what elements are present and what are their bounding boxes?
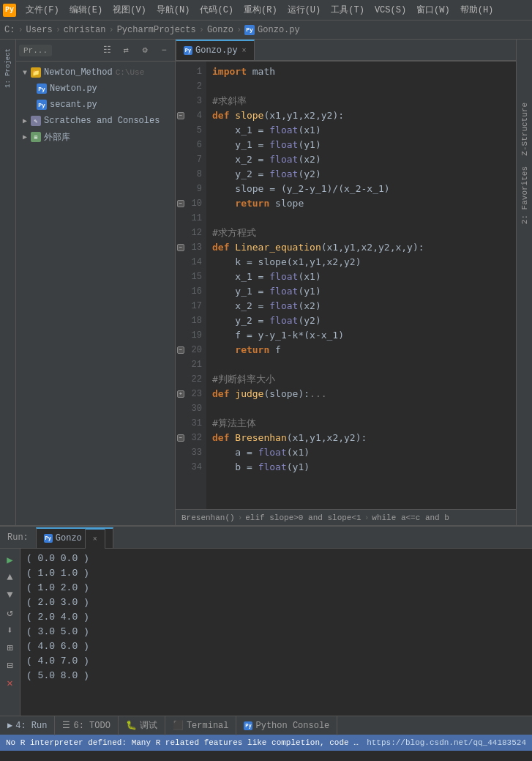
code-line-4: def slope(x1,y1,x2,y2): [212,108,510,123]
add-btn[interactable]: ☷ [99,42,115,59]
line-11: 11 [176,211,206,226]
run-play-btn[interactable]: ▶ [2,552,18,568]
py-icon: Py [37,83,47,94]
bottom-tab-python-console[interactable]: Py Python Console [236,716,337,735]
fold-10[interactable]: − [177,200,184,207]
tree-item-secant-py[interactable]: Py secant.py [16,97,175,113]
run-stop-btn[interactable]: ✕ [2,675,18,691]
menubar: Py 文件(F) 编辑(E) 视图(V) 导航(N) 代码(C) 重构(R) 运… [0,0,532,21]
bc-func[interactable]: Bresenhan() [181,513,235,522]
line-8: 8 [176,167,206,182]
line-30: 30 [176,401,206,416]
code-line-31: #算法主体 [212,416,510,431]
breadcrumb-user[interactable]: christan [64,25,106,35]
line-21: 21 [176,357,206,372]
fold-4[interactable]: − [177,112,184,119]
run-rerun-btn[interactable]: ↺ [2,604,18,620]
right-vertical-tabs: Z-Structure 2: Favorites [516,40,532,525]
scratches-arrow: ▶ [20,116,29,125]
left-vertical-tabs: 1: Project [0,40,16,525]
tree-item-lib[interactable]: ▶ ⊞ 外部库 [16,129,175,145]
line-1: 1 [176,64,206,79]
run-tab-gonzo[interactable]: Py Gonzo × [36,527,113,548]
run-print-btn[interactable]: ⊟ [2,657,18,673]
sidebar-project-label[interactable]: Pr... [19,45,52,56]
editor-tab-gonzo[interactable]: Py Gonzo.py × [176,40,255,60]
menu-window[interactable]: 窗口(W) [411,2,455,18]
fold-20[interactable]: − [177,346,184,354]
tree-item-newton-method[interactable]: ▼ 📁 Newton_Method C:\Use [16,64,175,81]
sync-btn[interactable]: ⇄ [118,42,134,59]
menu-edit[interactable]: 编辑(E) [64,2,108,18]
settings-btn[interactable]: ⚙ [137,42,153,59]
code-line-3: #求斜率 [212,94,510,108]
run-icon: ▶ [7,720,12,731]
menu-navigate[interactable]: 导航(N) [151,2,195,18]
code-line-23: def judge(slope):... [212,387,510,401]
code-line-32: def Bresenhan(x1,y1,x2,y2): [212,431,510,445]
menu-code[interactable]: 代码(C) [195,2,239,18]
run-tab-close[interactable]: × [85,528,105,549]
code-line-12: #求方程式 [212,226,510,240]
line-17: 17 [176,299,206,313]
breadcrumb-sep-5: › [236,25,241,35]
editor-panel: Py Gonzo.py × 1 2 3 −4 5 6 7 8 9 [176,40,516,525]
menu-vcs[interactable]: VCS(S) [370,4,411,17]
line-32: −32 [176,431,206,445]
run-down-btn[interactable]: ▼ [2,587,18,603]
menu-view[interactable]: 视图(V) [108,2,151,18]
bottom-tab-terminal[interactable]: ⬛ Terminal [165,716,237,735]
output-line-3: ( 1.0 2.0 ) [26,581,526,595]
z-structure-tab[interactable]: Z-Structure [519,98,531,160]
line-19: 19 [176,328,206,343]
menu-run[interactable]: 运行(U) [282,2,326,18]
code-line-11 [212,211,510,226]
line-number-gutter: 1 2 3 −4 5 6 7 8 9 −10 11 12 −13 14 15 1… [176,62,206,509]
py-icon-2: Py [37,100,47,110]
breadcrumb-drive[interactable]: C: [4,25,15,35]
run-up-btn[interactable]: ▲ [2,569,18,585]
breadcrumb-sep-1: › [18,25,23,35]
favorites-tab[interactable]: 2: Favorites [519,162,531,229]
menu-file[interactable]: 文件(F) [20,2,64,18]
bc-cond2[interactable]: while a<=c and b [372,513,449,522]
code-line-1: import math [212,64,510,79]
line-22: 22 [176,372,206,387]
bottom-tab-run[interactable]: ▶ 4: Run [0,716,55,735]
menu-tools[interactable]: 工具(T) [326,2,370,18]
code-line-2 [212,79,510,94]
bc-cond1[interactable]: elif slope>0 and slope<1 [245,513,361,522]
line-16: 16 [176,284,206,299]
code-content[interactable]: import math #求斜率 def slope(x1,y1,x2,y2):… [206,62,516,509]
py-file-icon: Py [244,25,255,35]
breadcrumb-users[interactable]: Users [26,25,53,35]
breadcrumb-projects[interactable]: PycharmProjects [117,25,196,35]
bc-sep-2: › [364,513,370,522]
run-label: Run: [0,527,36,548]
project-tab[interactable]: 1: Project [0,42,16,94]
run-layout-btn[interactable]: ⊞ [2,639,18,656]
code-line-14: k = slope(x1,y1,x2,y2) [212,255,510,270]
hide-btn[interactable]: − [156,42,172,59]
menu-help[interactable]: 帮助(H) [455,2,499,18]
tab-close-btn[interactable]: × [242,47,247,55]
code-line-22: #判断斜率大小 [212,372,510,387]
tree-item-newton-py[interactable]: Py Newton.py [16,81,175,97]
fold-23[interactable]: + [177,390,184,398]
breadcrumb-gonzo[interactable]: Gonzo [207,25,233,35]
editor-tab-bar: Py Gonzo.py × [176,40,516,62]
bottom-tab-todo[interactable]: ☰ 6: TODO [55,716,118,735]
code-breadcrumb: Bresenhan() › elif slope>0 and slope<1 ›… [176,509,516,525]
bottom-tab-debug[interactable]: 🐛 调试 [119,716,165,735]
line-14: 14 [176,255,206,270]
code-line-16: y_1 = float(y1) [212,284,510,299]
sidebar: 1: Project Pr... ☷ ⇄ ⚙ − ▼ 📁 Newton_Meth… [0,40,176,525]
tree-item-scratches[interactable]: ▶ ✎ Scratches and Consoles [16,113,175,129]
menu-refactor[interactable]: 重构(R) [239,2,282,18]
fold-13[interactable]: − [177,244,184,251]
fold-32[interactable]: − [177,434,184,442]
breadcrumb-file[interactable]: Gonzo.py [258,25,300,35]
python-console-icon: Py [244,721,252,730]
run-scroll-btn[interactable]: ⬇ [2,622,18,638]
sidebar-toolbar: Pr... ☷ ⇄ ⚙ − [16,40,175,62]
